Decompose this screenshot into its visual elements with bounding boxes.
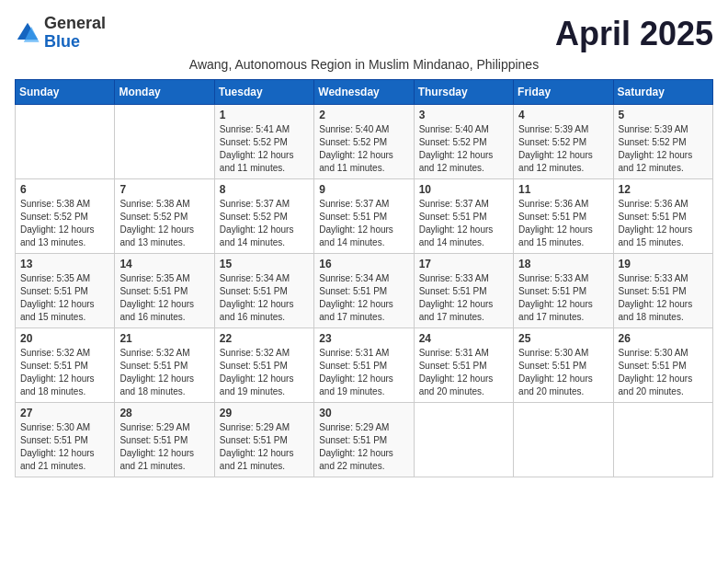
day-info: Sunrise: 5:32 AM Sunset: 5:51 PM Dayligh… [220, 347, 309, 398]
day-info: Sunrise: 5:40 AM Sunset: 5:52 PM Dayligh… [419, 123, 508, 175]
calendar-cell: 20Sunrise: 5:32 AM Sunset: 5:51 PM Dayli… [16, 328, 115, 403]
day-number: 16 [319, 258, 408, 270]
day-info: Sunrise: 5:38 AM Sunset: 5:52 PM Dayligh… [119, 198, 209, 249]
day-info: Sunrise: 5:37 AM Sunset: 5:52 PM Dayligh… [220, 198, 309, 249]
day-number: 25 [518, 332, 608, 345]
calendar-cell: 25Sunrise: 5:30 AM Sunset: 5:51 PM Dayli… [514, 328, 613, 403]
calendar-cell [16, 105, 115, 179]
day-number: 17 [419, 258, 508, 270]
calendar-cell: 18Sunrise: 5:33 AM Sunset: 5:51 PM Dayli… [514, 254, 613, 328]
day-info: Sunrise: 5:32 AM Sunset: 5:51 PM Dayligh… [20, 347, 109, 398]
calendar-cell [514, 403, 613, 477]
day-number: 10 [419, 183, 508, 196]
logo: General Blue [15, 15, 106, 52]
day-number: 21 [119, 332, 209, 345]
day-info: Sunrise: 5:38 AM Sunset: 5:52 PM Dayligh… [20, 198, 109, 249]
column-header-wednesday: Wednesday [314, 80, 414, 105]
calendar-cell: 13Sunrise: 5:35 AM Sunset: 5:51 PM Dayli… [16, 254, 115, 328]
logo-blue: Blue [44, 32, 80, 51]
day-info: Sunrise: 5:37 AM Sunset: 5:51 PM Dayligh… [419, 198, 508, 249]
day-info: Sunrise: 5:30 AM Sunset: 5:51 PM Dayligh… [518, 347, 608, 398]
day-number: 11 [518, 183, 608, 196]
day-info: Sunrise: 5:29 AM Sunset: 5:51 PM Dayligh… [319, 421, 408, 473]
day-number: 23 [319, 332, 408, 345]
logo-icon [15, 20, 40, 46]
month-title: April 2025 [555, 15, 713, 53]
calendar-week-row: 1Sunrise: 5:41 AM Sunset: 5:52 PM Daylig… [16, 105, 713, 179]
calendar-cell: 26Sunrise: 5:30 AM Sunset: 5:51 PM Dayli… [613, 328, 712, 403]
column-header-sunday: Sunday [16, 80, 115, 105]
day-info: Sunrise: 5:30 AM Sunset: 5:51 PM Dayligh… [619, 347, 708, 398]
day-info: Sunrise: 5:33 AM Sunset: 5:51 PM Dayligh… [419, 272, 508, 324]
day-info: Sunrise: 5:34 AM Sunset: 5:51 PM Dayligh… [319, 272, 408, 324]
page-header: General Blue April 2025 [15, 15, 713, 53]
calendar-week-row: 13Sunrise: 5:35 AM Sunset: 5:51 PM Dayli… [16, 254, 713, 328]
day-number: 8 [220, 183, 309, 196]
calendar-cell: 17Sunrise: 5:33 AM Sunset: 5:51 PM Dayli… [414, 254, 513, 328]
day-number: 14 [119, 258, 209, 270]
day-info: Sunrise: 5:33 AM Sunset: 5:51 PM Dayligh… [518, 272, 608, 324]
calendar-cell: 22Sunrise: 5:32 AM Sunset: 5:51 PM Dayli… [214, 328, 313, 403]
calendar-cell: 16Sunrise: 5:34 AM Sunset: 5:51 PM Dayli… [314, 254, 414, 328]
calendar-cell: 2Sunrise: 5:40 AM Sunset: 5:52 PM Daylig… [314, 105, 414, 179]
day-info: Sunrise: 5:32 AM Sunset: 5:51 PM Dayligh… [119, 347, 209, 398]
day-info: Sunrise: 5:39 AM Sunset: 5:52 PM Dayligh… [518, 123, 608, 175]
day-info: Sunrise: 5:29 AM Sunset: 5:51 PM Dayligh… [119, 421, 209, 473]
logo-text: General Blue [44, 15, 106, 52]
day-number: 28 [119, 407, 209, 419]
calendar-cell: 5Sunrise: 5:39 AM Sunset: 5:52 PM Daylig… [613, 105, 712, 179]
day-info: Sunrise: 5:37 AM Sunset: 5:51 PM Dayligh… [319, 198, 408, 249]
day-number: 20 [20, 332, 109, 345]
calendar-table: SundayMondayTuesdayWednesdayThursdayFrid… [15, 79, 713, 477]
calendar-cell: 12Sunrise: 5:36 AM Sunset: 5:51 PM Dayli… [613, 179, 712, 254]
day-number: 9 [319, 183, 408, 196]
day-info: Sunrise: 5:36 AM Sunset: 5:51 PM Dayligh… [619, 198, 708, 249]
calendar-cell: 23Sunrise: 5:31 AM Sunset: 5:51 PM Dayli… [314, 328, 414, 403]
day-info: Sunrise: 5:30 AM Sunset: 5:51 PM Dayligh… [20, 421, 109, 473]
day-number: 4 [518, 109, 608, 121]
column-header-thursday: Thursday [414, 80, 513, 105]
logo-general: General [44, 14, 106, 32]
day-number: 27 [20, 407, 109, 419]
calendar-cell: 7Sunrise: 5:38 AM Sunset: 5:52 PM Daylig… [115, 179, 214, 254]
calendar-cell: 19Sunrise: 5:33 AM Sunset: 5:51 PM Dayli… [613, 254, 712, 328]
day-number: 24 [419, 332, 508, 345]
calendar-cell [414, 403, 513, 477]
day-number: 26 [619, 332, 708, 345]
day-number: 18 [518, 258, 608, 270]
calendar-cell: 27Sunrise: 5:30 AM Sunset: 5:51 PM Dayli… [16, 403, 115, 477]
day-info: Sunrise: 5:35 AM Sunset: 5:51 PM Dayligh… [20, 272, 109, 324]
day-number: 19 [619, 258, 708, 270]
day-number: 12 [619, 183, 708, 196]
day-number: 29 [220, 407, 309, 419]
day-info: Sunrise: 5:41 AM Sunset: 5:52 PM Dayligh… [220, 123, 309, 175]
subtitle: Awang, Autonomous Region in Muslim Minda… [15, 57, 713, 72]
day-number: 5 [619, 109, 708, 121]
day-info: Sunrise: 5:40 AM Sunset: 5:52 PM Dayligh… [319, 123, 408, 175]
calendar-cell: 24Sunrise: 5:31 AM Sunset: 5:51 PM Dayli… [414, 328, 513, 403]
day-number: 30 [319, 407, 408, 419]
day-info: Sunrise: 5:35 AM Sunset: 5:51 PM Dayligh… [119, 272, 209, 324]
calendar-cell: 21Sunrise: 5:32 AM Sunset: 5:51 PM Dayli… [115, 328, 214, 403]
calendar-cell: 15Sunrise: 5:34 AM Sunset: 5:51 PM Dayli… [214, 254, 313, 328]
calendar-week-row: 20Sunrise: 5:32 AM Sunset: 5:51 PM Dayli… [16, 328, 713, 403]
day-number: 6 [20, 183, 109, 196]
calendar-cell [613, 403, 712, 477]
calendar-cell: 9Sunrise: 5:37 AM Sunset: 5:51 PM Daylig… [314, 179, 414, 254]
day-info: Sunrise: 5:34 AM Sunset: 5:51 PM Dayligh… [220, 272, 309, 324]
calendar-cell [115, 105, 214, 179]
day-number: 3 [419, 109, 508, 121]
calendar-cell: 11Sunrise: 5:36 AM Sunset: 5:51 PM Dayli… [514, 179, 613, 254]
column-header-monday: Monday [115, 80, 214, 105]
column-header-tuesday: Tuesday [214, 80, 313, 105]
day-number: 13 [20, 258, 109, 270]
day-number: 2 [319, 109, 408, 121]
day-info: Sunrise: 5:33 AM Sunset: 5:51 PM Dayligh… [619, 272, 708, 324]
day-number: 22 [220, 332, 309, 345]
calendar-week-row: 6Sunrise: 5:38 AM Sunset: 5:52 PM Daylig… [16, 179, 713, 254]
day-info: Sunrise: 5:36 AM Sunset: 5:51 PM Dayligh… [518, 198, 608, 249]
calendar-cell: 8Sunrise: 5:37 AM Sunset: 5:52 PM Daylig… [214, 179, 313, 254]
day-info: Sunrise: 5:31 AM Sunset: 5:51 PM Dayligh… [319, 347, 408, 398]
day-info: Sunrise: 5:39 AM Sunset: 5:52 PM Dayligh… [619, 123, 708, 175]
calendar-cell: 1Sunrise: 5:41 AM Sunset: 5:52 PM Daylig… [214, 105, 313, 179]
